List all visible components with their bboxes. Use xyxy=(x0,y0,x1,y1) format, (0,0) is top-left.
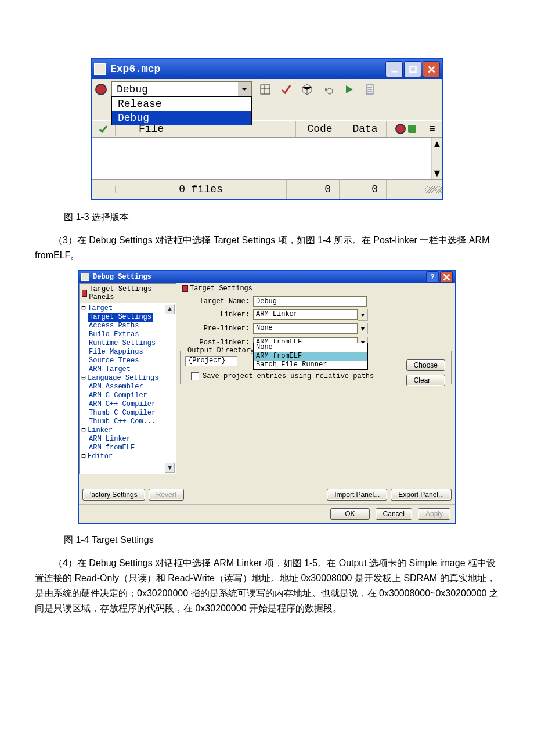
footer-code: 0 xyxy=(287,180,340,199)
target-select[interactable]: Debug Release Debug xyxy=(111,81,252,98)
left-panel-title: Target Settings Panels xyxy=(89,285,174,301)
red-dot-icon xyxy=(395,124,406,134)
check-icon[interactable] xyxy=(280,83,293,96)
tree-runtime-settings[interactable]: Runtime Settings xyxy=(88,339,157,348)
maximize-button[interactable] xyxy=(404,61,421,77)
scroll-down-icon[interactable]: ▼ xyxy=(165,463,175,473)
tree-arm-assembler[interactable]: ARM Assembler xyxy=(88,383,145,391)
window-title: Debug Settings xyxy=(93,273,151,281)
green-block-icon xyxy=(408,125,416,133)
help-button[interactable]: ? xyxy=(426,271,439,283)
tree-arm-target[interactable]: ARM Target xyxy=(88,365,132,374)
target-option-release[interactable]: Release xyxy=(112,97,251,111)
target-name-input[interactable] xyxy=(253,296,367,307)
tree-source-trees[interactable]: Source Trees xyxy=(88,357,140,365)
postlinker-option-batch[interactable]: Batch File Runner xyxy=(254,361,367,369)
tree-target-settings[interactable]: Target Settings xyxy=(88,313,153,322)
settings-tree[interactable]: ▲ ⊟Target Target Settings Access Paths B… xyxy=(80,303,176,474)
save-paths-label: Save project entries using relative path… xyxy=(203,372,374,380)
figure-caption-14: 图 1-4 Target Settings xyxy=(64,534,499,546)
column-data[interactable]: Data xyxy=(344,121,387,137)
tree-editor[interactable]: Editor xyxy=(86,452,114,461)
linker-value: ARM Linker xyxy=(253,309,358,320)
panel-icon xyxy=(182,285,188,292)
document-icon[interactable] xyxy=(363,83,376,96)
chevron-down-icon[interactable]: ▾ xyxy=(358,323,368,334)
right-panel-title: Target Settings xyxy=(190,285,252,293)
tree-thumb-c[interactable]: Thumb C Compiler xyxy=(88,409,157,417)
tree-arm-c[interactable]: ARM C Compiler xyxy=(88,391,149,400)
app-icon xyxy=(81,273,89,281)
output-dir-label: Output Directory: xyxy=(185,347,261,355)
panel-icon xyxy=(82,290,87,297)
prelinker-label: Pre-linker: xyxy=(180,325,253,333)
target-name-label: Target Name: xyxy=(180,297,253,305)
apply-button[interactable]: Apply xyxy=(418,508,450,520)
postlinker-label: Post-linker: xyxy=(180,339,253,347)
tree-target[interactable]: Target xyxy=(86,304,114,313)
tree-arm-cpp[interactable]: ARM C++ Compiler xyxy=(88,400,157,409)
resize-grip-icon[interactable] xyxy=(425,186,442,193)
column-code[interactable]: Code xyxy=(296,121,344,137)
check-column-icon xyxy=(99,124,108,134)
project-window: Exp6.mcp Debug Release Debug xyxy=(91,58,443,200)
figure-caption-13: 图 1-3 选择版本 xyxy=(64,211,499,224)
columns-icon[interactable] xyxy=(259,83,272,96)
clear-button[interactable]: Clear xyxy=(406,375,445,386)
tree-language[interactable]: Language Settings xyxy=(86,374,160,383)
paragraph-3: （3）在 Debug Settings 对话框中选择 Target Settin… xyxy=(35,233,499,263)
run-icon[interactable] xyxy=(342,83,355,96)
linker-label: Linker: xyxy=(180,311,253,319)
tree-thumb-cpp[interactable]: Thumb C++ Com... xyxy=(88,417,157,426)
linker-select[interactable]: ARM Linker ▾ xyxy=(253,309,368,321)
svg-point-2 xyxy=(327,88,333,94)
revert-button[interactable]: Revert xyxy=(149,489,184,501)
postlinker-option-fromelf[interactable]: ARM fromELF xyxy=(254,352,367,361)
save-paths-checkbox[interactable] xyxy=(191,372,199,380)
target-option-debug[interactable]: Debug xyxy=(112,111,251,125)
target-select-dropdown: Release Debug xyxy=(111,96,252,125)
postlinker-dropdown: None ARM fromELF Batch File Runner xyxy=(253,343,368,370)
target-icon xyxy=(95,84,107,95)
factory-settings-button[interactable]: 'actory Settings xyxy=(82,489,145,501)
chevron-down-icon[interactable]: ▾ xyxy=(358,309,368,321)
paragraph-4: （4）在 Debug Settings 对话框中选择 ARM Linker 项，… xyxy=(35,556,499,616)
prelinker-value: None xyxy=(253,323,358,334)
scrollbar[interactable]: ▲ ▼ xyxy=(432,138,442,179)
window-title: Exp6.mcp xyxy=(110,63,160,75)
parcel-icon[interactable] xyxy=(301,83,313,96)
scroll-up-icon[interactable]: ▲ xyxy=(432,138,442,150)
close-button[interactable] xyxy=(440,271,453,283)
import-panel-button[interactable]: Import Panel... xyxy=(327,489,387,501)
tree-build-extras[interactable]: Build Extras xyxy=(88,330,140,339)
column-menu-icon[interactable]: ≡ xyxy=(425,121,442,137)
target-select-value: Debug xyxy=(112,84,237,95)
minimize-button[interactable] xyxy=(385,61,403,77)
title-bar: Exp6.mcp xyxy=(92,59,442,79)
footer-files: 0 files xyxy=(116,180,287,199)
tree-arm-fromelf[interactable]: ARM fromELF xyxy=(88,444,136,452)
column-status xyxy=(387,121,425,136)
build-icon[interactable] xyxy=(322,83,334,96)
app-icon xyxy=(94,63,106,75)
close-button[interactable] xyxy=(423,61,440,77)
ok-button[interactable]: OK xyxy=(330,508,369,520)
scroll-down-icon[interactable]: ▼ xyxy=(432,167,442,179)
svg-rect-1 xyxy=(261,85,270,94)
debug-settings-window: Debug Settings ? Target Settings Panels … xyxy=(78,270,456,524)
footer-data: 0 xyxy=(340,180,387,199)
postlinker-option-none[interactable]: None xyxy=(254,343,367,352)
choose-button[interactable]: Choose xyxy=(406,359,445,371)
tree-file-mappings[interactable]: File Mappings xyxy=(88,348,145,357)
tree-arm-linker[interactable]: ARM Linker xyxy=(88,435,132,444)
export-panel-button[interactable]: Export Panel... xyxy=(391,489,452,501)
output-dir-value: {Project} xyxy=(185,356,237,366)
prelinker-select[interactable]: None ▾ xyxy=(253,323,368,334)
scroll-up-icon[interactable]: ▲ xyxy=(165,304,175,314)
tree-linker[interactable]: Linker xyxy=(86,426,114,435)
svg-rect-0 xyxy=(410,66,416,72)
cancel-button[interactable]: Cancel xyxy=(376,508,412,520)
tree-access-paths[interactable]: Access Paths xyxy=(88,322,140,330)
file-list-area xyxy=(92,138,432,179)
chevron-down-icon[interactable] xyxy=(237,82,251,97)
